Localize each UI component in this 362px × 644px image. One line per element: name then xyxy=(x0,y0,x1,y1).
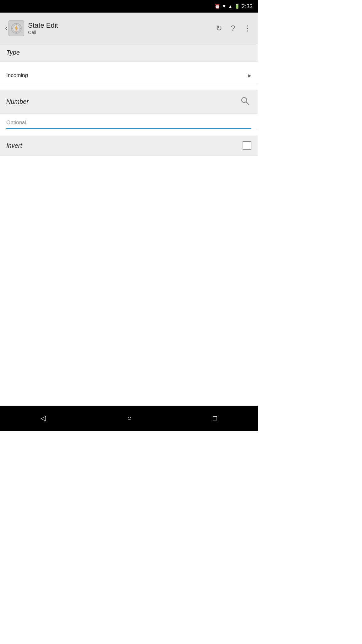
number-input-row xyxy=(0,114,258,129)
bottom-nav: ◁ ○ □ xyxy=(0,406,258,431)
type-section-header: Type xyxy=(0,44,258,62)
type-dropdown-row[interactable]: Incoming ▶ xyxy=(0,68,258,83)
svg-rect-6 xyxy=(20,28,21,29)
invert-label: Invert xyxy=(6,142,243,149)
invert-checkbox[interactable] xyxy=(243,141,251,150)
nav-recents-button[interactable]: □ xyxy=(205,412,224,425)
nav-home-button[interactable]: ○ xyxy=(120,412,139,425)
status-icons: ⏰ ▼ ▲ 🔋 2:33 xyxy=(215,3,253,10)
reload-button[interactable]: ↺ xyxy=(215,23,223,34)
svg-rect-5 xyxy=(11,28,13,29)
type-label: Type xyxy=(6,49,20,56)
alarm-icon: ⏰ xyxy=(215,4,220,9)
status-bar: ⏰ ▼ ▲ 🔋 2:33 xyxy=(0,0,258,13)
app-icon xyxy=(8,20,24,36)
help-button[interactable]: ? xyxy=(230,23,236,34)
wifi-icon: ▼ xyxy=(222,4,226,9)
menu-button[interactable]: ⋮ xyxy=(243,23,253,34)
number-section-header: Number xyxy=(0,90,258,114)
svg-line-9 xyxy=(246,102,249,105)
gap-3 xyxy=(0,129,258,136)
content: Type Incoming ▶ Number Invert xyxy=(0,44,258,406)
type-dropdown-value: Incoming xyxy=(6,72,248,79)
nav-back-button[interactable]: ◁ xyxy=(33,412,53,425)
app-title-group: State Edit Call xyxy=(28,21,214,35)
signal-icon: ▲ xyxy=(228,4,233,9)
app-title: State Edit xyxy=(28,21,214,30)
dropdown-arrow-icon: ▶ xyxy=(248,73,251,78)
number-input[interactable] xyxy=(6,118,251,129)
gap-1 xyxy=(0,62,258,68)
back-button[interactable]: ‹ xyxy=(5,24,7,32)
battery-icon: 🔋 xyxy=(234,4,240,9)
app-bar-actions: ↺ ? ⋮ xyxy=(215,23,253,34)
number-label: Number xyxy=(6,98,239,105)
app-subtitle: Call xyxy=(28,30,214,35)
invert-row: Invert xyxy=(0,136,258,156)
svg-rect-4 xyxy=(16,32,17,33)
app-bar: ‹ State Edit Call ↺ ? ⋮ xyxy=(0,13,258,44)
gap-2 xyxy=(0,83,258,90)
status-time: 2:33 xyxy=(242,3,253,10)
number-search-button[interactable] xyxy=(239,95,251,108)
svg-rect-3 xyxy=(16,23,17,25)
